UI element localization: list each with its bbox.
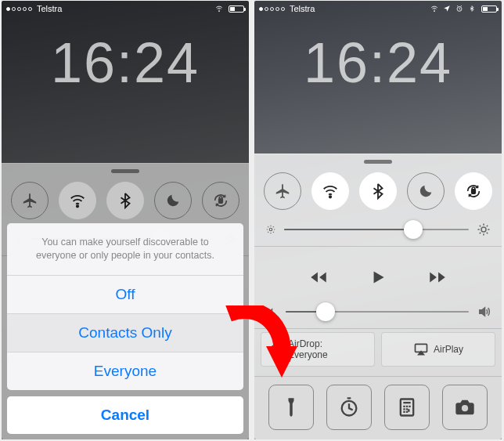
alarm-status-icon bbox=[455, 5, 464, 13]
airplane-toggle[interactable] bbox=[11, 182, 49, 219]
airplane-toggle[interactable] bbox=[264, 172, 301, 210]
airdrop-label: AirDrop: bbox=[288, 338, 322, 349]
location-status-icon bbox=[442, 5, 452, 13]
status-bar: Telstra bbox=[254, 1, 502, 16]
brightness-high-icon bbox=[477, 222, 491, 237]
volume-high-icon bbox=[477, 305, 491, 319]
lock-clock: 16:24 bbox=[254, 31, 502, 95]
timer-button[interactable] bbox=[326, 385, 372, 430]
wifi-status-icon bbox=[430, 5, 439, 13]
airdrop-everyone-option[interactable]: Everyone bbox=[7, 352, 243, 390]
svg-rect-8 bbox=[471, 190, 475, 194]
brightness-slider[interactable] bbox=[254, 216, 502, 243]
forward-button[interactable] bbox=[427, 267, 448, 287]
flashlight-button[interactable] bbox=[268, 385, 314, 430]
svg-point-15 bbox=[462, 405, 468, 411]
wifi-status-icon bbox=[214, 5, 224, 13]
airdrop-off-option[interactable]: Off bbox=[7, 276, 243, 314]
svg-point-11 bbox=[275, 349, 276, 351]
volume-slider[interactable] bbox=[254, 298, 502, 325]
bluetooth-toggle[interactable] bbox=[106, 182, 144, 219]
svg-rect-2 bbox=[218, 199, 222, 204]
svg-point-0 bbox=[219, 11, 220, 12]
airdrop-mode: Everyone bbox=[288, 349, 328, 360]
bluetooth-toggle[interactable] bbox=[359, 172, 397, 210]
airdrop-contacts-option[interactable]: Contacts Only bbox=[7, 314, 243, 352]
dnd-toggle[interactable] bbox=[154, 182, 192, 219]
camera-button[interactable] bbox=[442, 385, 488, 430]
carrier-label: Telstra bbox=[37, 4, 62, 13]
airplay-icon bbox=[413, 342, 429, 357]
status-bar: Telstra bbox=[2, 1, 249, 16]
svg-point-10 bbox=[481, 227, 486, 232]
lock-clock: 16:24 bbox=[2, 31, 249, 95]
orientation-lock-toggle[interactable] bbox=[202, 182, 239, 219]
sheet-message: You can make yourself discoverable to ev… bbox=[7, 223, 243, 276]
airplay-label: AirPlay bbox=[434, 344, 463, 355]
grabber-icon[interactable] bbox=[111, 169, 139, 173]
battery-icon bbox=[229, 5, 244, 13]
cancel-button[interactable]: Cancel bbox=[7, 396, 243, 434]
grabber-icon[interactable] bbox=[364, 160, 392, 164]
rewind-button[interactable] bbox=[308, 267, 329, 287]
airdrop-action-sheet: You can make yourself discoverable to ev… bbox=[7, 223, 243, 434]
svg-point-1 bbox=[77, 205, 78, 207]
wifi-toggle[interactable] bbox=[311, 172, 349, 210]
play-button[interactable] bbox=[368, 267, 388, 287]
battery-icon bbox=[481, 5, 497, 13]
svg-point-7 bbox=[329, 196, 331, 197]
wifi-toggle[interactable] bbox=[59, 182, 96, 219]
airdrop-icon bbox=[268, 342, 283, 357]
airdrop-button[interactable]: AirDrop:Everyone bbox=[261, 332, 375, 367]
orientation-lock-toggle[interactable] bbox=[455, 172, 492, 210]
volume-low-icon bbox=[265, 305, 278, 318]
airplay-button[interactable]: AirPlay bbox=[381, 332, 495, 367]
control-center: AirDrop:Everyone AirPlay bbox=[254, 154, 502, 439]
calculator-button[interactable] bbox=[384, 385, 430, 430]
dnd-toggle[interactable] bbox=[407, 172, 445, 210]
svg-point-9 bbox=[269, 228, 272, 231]
svg-point-5 bbox=[434, 11, 435, 12]
brightness-low-icon bbox=[265, 224, 276, 235]
bluetooth-status-icon bbox=[467, 5, 477, 13]
carrier-label: Telstra bbox=[290, 4, 315, 13]
